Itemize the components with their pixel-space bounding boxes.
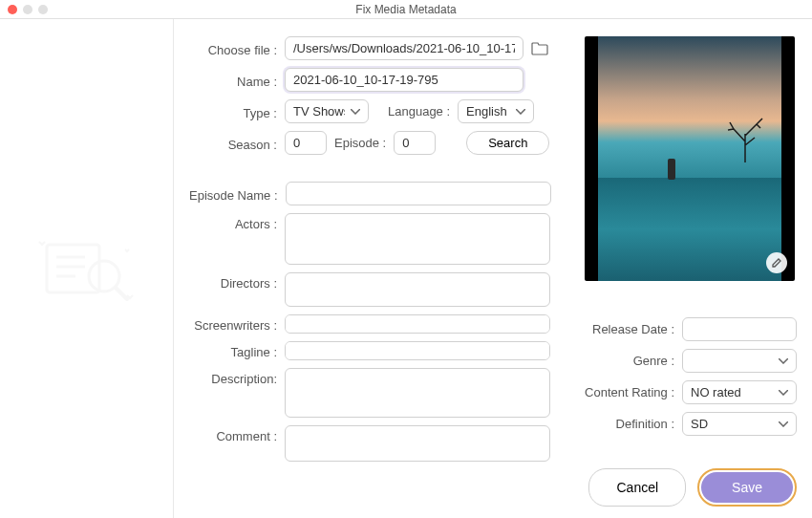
genre-label: Genre :	[585, 354, 674, 368]
minimize-icon[interactable]	[23, 5, 32, 14]
search-button[interactable]: Search	[466, 131, 549, 155]
episode-name-label: Episode Name :	[189, 184, 278, 203]
season-label: Season :	[189, 134, 277, 152]
language-select[interactable]: English	[458, 99, 534, 123]
episode-input[interactable]	[394, 131, 436, 155]
titlebar: Fix Media Metadata	[0, 0, 812, 19]
actors-input[interactable]	[285, 213, 550, 265]
close-icon[interactable]	[8, 5, 17, 14]
person-graphic	[668, 159, 675, 180]
edit-icon	[771, 257, 782, 269]
definition-label: Definition :	[585, 417, 674, 431]
name-input[interactable]	[285, 68, 524, 92]
type-label: Type :	[189, 102, 277, 120]
episode-label: Episode :	[334, 136, 386, 150]
comment-input[interactable]	[285, 425, 550, 462]
directors-label: Directors :	[189, 272, 277, 291]
right-column: Release Date : Genre : Content Rating : …	[585, 36, 797, 507]
screenwriters-label: Screenwriters :	[189, 314, 277, 333]
poster-image	[585, 36, 795, 281]
screenwriters-input[interactable]	[285, 314, 550, 334]
comment-label: Comment :	[189, 425, 277, 443]
form-column: Choose file : Name : Type : TV Shows Lan…	[189, 36, 567, 507]
choose-file-label: Choose file :	[189, 39, 277, 57]
save-button-highlight: Save	[697, 468, 797, 507]
description-input[interactable]	[285, 368, 550, 418]
tagline-input[interactable]	[285, 341, 550, 360]
language-label: Language :	[388, 104, 450, 119]
sidebar	[0, 19, 174, 518]
svg-line-5	[116, 288, 127, 299]
type-select[interactable]: TV Shows	[285, 99, 369, 123]
tree-graphic	[726, 115, 764, 162]
search-document-icon	[30, 230, 144, 307]
cancel-button[interactable]: Cancel	[588, 468, 686, 507]
genre-select[interactable]	[682, 349, 797, 373]
name-label: Name :	[189, 71, 277, 89]
window-title: Fix Media Metadata	[8, 3, 804, 16]
choose-file-input[interactable]	[285, 36, 524, 60]
season-input[interactable]	[285, 131, 327, 155]
content-rating-label: Content Rating :	[585, 385, 674, 399]
window-controls	[8, 5, 48, 14]
description-label: Description:	[189, 368, 277, 386]
definition-select[interactable]: SD	[682, 412, 797, 436]
directors-input[interactable]	[285, 272, 550, 307]
edit-poster-button[interactable]	[766, 252, 787, 273]
maximize-icon[interactable]	[38, 5, 48, 14]
folder-icon[interactable]	[531, 42, 548, 55]
actors-label: Actors :	[189, 213, 277, 231]
tagline-label: Tagline :	[189, 341, 277, 359]
content-rating-select[interactable]: NO rated	[682, 380, 797, 404]
release-date-label: Release Date :	[585, 322, 674, 336]
release-date-input[interactable]	[682, 317, 797, 341]
episode-name-input[interactable]	[286, 182, 551, 205]
save-button[interactable]: Save	[701, 472, 793, 503]
